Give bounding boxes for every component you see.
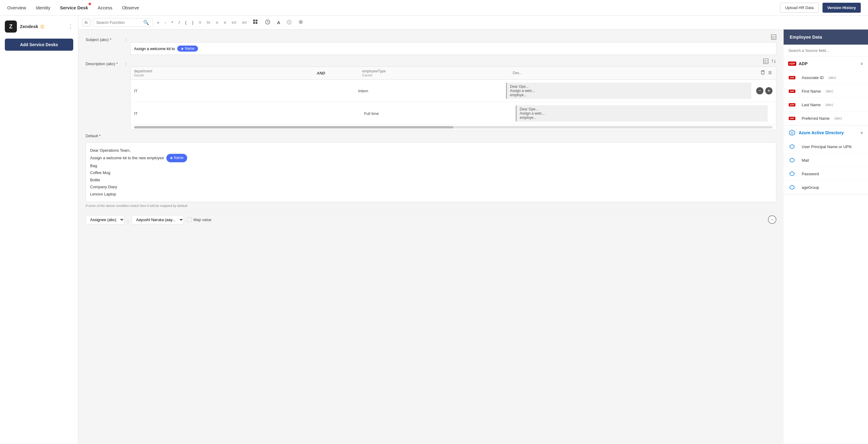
- adp-field-last-name[interactable]: ADP Last Name (abc): [784, 98, 868, 112]
- main-content: fx 🔍 + - * / ( ) = != > < <= >=: [79, 16, 868, 444]
- table-row: IT Full time Dear Ope... Assign a welc..…: [130, 102, 776, 125]
- version-history-button[interactable]: Version History: [823, 3, 861, 13]
- info-formula-icon[interactable]: ⓘ: [285, 19, 293, 26]
- nav-items: Overview Identity Service Desk Access Ob…: [7, 4, 780, 11]
- settings-formula-icon[interactable]: [296, 19, 305, 26]
- table-row: IT Intern Dear Ope... Assign a welc... e…: [130, 80, 776, 102]
- aad-logo: [788, 129, 796, 136]
- op-divide[interactable]: /: [177, 20, 181, 26]
- adp-field-logo: ADP: [788, 115, 796, 122]
- sidebar: Z Zendesk ⓘ ⋮ Add Service Desks: [0, 16, 79, 444]
- assignee-remove-button[interactable]: −: [768, 215, 776, 224]
- delete-icon[interactable]: [761, 70, 765, 76]
- subject-name-tag[interactable]: ◈ Name: [177, 46, 198, 52]
- row1-desc: Dear Ope... Assign a welc... employe...: [506, 83, 751, 99]
- adp-source-group: ADP ADP ∨ ADP Associate ID (abc): [784, 56, 868, 125]
- formula-bar: fx 🔍 + - * / ( ) = != > < <= >=: [79, 16, 868, 30]
- nav-access[interactable]: Access: [98, 4, 112, 11]
- sidebar-menu-icon[interactable]: ⋮: [68, 23, 73, 30]
- svg-line-6: [268, 22, 269, 23]
- clock-icon[interactable]: [263, 19, 272, 26]
- svg-rect-2: [253, 22, 255, 24]
- adp-field-first-name[interactable]: ADP First Name (abc): [784, 85, 868, 98]
- map-value-checkbox[interactable]: [187, 217, 192, 222]
- reorder-icon[interactable]: [768, 70, 772, 76]
- info-icon: ⓘ: [40, 25, 44, 29]
- aad-field-logo: [788, 184, 796, 191]
- op-less-equal[interactable]: <=: [230, 20, 238, 26]
- aad-field-password[interactable]: Password: [784, 167, 868, 181]
- row1-remove-button[interactable]: −: [756, 87, 764, 94]
- op-close-paren[interactable]: ): [191, 20, 195, 26]
- op-equals[interactable]: =: [198, 20, 203, 26]
- scrollbar-thumb: [134, 126, 453, 128]
- subject-table-icon[interactable]: [771, 34, 776, 41]
- adp-source-header[interactable]: ADP ADP ∨: [784, 56, 868, 71]
- aad-chevron-icon[interactable]: ∨: [861, 130, 863, 135]
- aad-fields: User Principal Name or UPN Mail: [784, 140, 868, 194]
- row1-dept: IT: [134, 89, 277, 93]
- horiz-scrollbar[interactable]: [134, 126, 772, 128]
- map-value-label: Map value: [193, 217, 212, 222]
- upload-hr-data-button[interactable]: Upload HR Data: [780, 3, 819, 13]
- aad-field-logo: [788, 143, 796, 150]
- search-function-input[interactable]: [96, 20, 141, 25]
- row2-emptype: Full time: [364, 111, 511, 116]
- op-open-paren[interactable]: (: [184, 20, 188, 26]
- aad-field-mail[interactable]: Mail: [784, 153, 868, 167]
- description-row: Description (abc) * :: [86, 59, 776, 130]
- aad-field-agegroup[interactable]: ageGroup: [784, 181, 868, 194]
- text-icon[interactable]: A: [275, 19, 282, 26]
- op-greater-equal[interactable]: >=: [241, 20, 248, 26]
- zendesk-logo: Z: [5, 21, 17, 33]
- col-department: department Equals: [134, 69, 280, 77]
- aad-field-logo: [788, 156, 796, 164]
- assignee-field-select[interactable]: Assignee (abc): [86, 215, 124, 225]
- nav-observe[interactable]: Observe: [122, 4, 139, 11]
- svg-marker-22: [790, 131, 794, 135]
- search-function-input-wrap[interactable]: 🔍: [93, 18, 153, 27]
- adp-logo: ADP: [788, 60, 796, 67]
- subject-input[interactable]: Assign a welcome kit to ◈ Name: [130, 42, 776, 55]
- default-name-tag[interactable]: ◈ Name: [166, 154, 187, 162]
- default-content[interactable]: Dear Operations Team, Assign a welcome k…: [90, 147, 772, 198]
- op-less[interactable]: <: [222, 20, 227, 26]
- adp-field-logo: ADP: [788, 101, 796, 108]
- description-table: department Equals AND employeeType Equal…: [130, 66, 776, 130]
- right-panel: Employee Data ADP ADP ∨: [784, 30, 868, 444]
- panel-search[interactable]: [784, 45, 868, 56]
- op-multiply[interactable]: *: [170, 20, 174, 26]
- aad-source-header[interactable]: Azure Active Directory ∨: [784, 125, 868, 140]
- add-service-desks-button[interactable]: Add Service Desks: [5, 39, 73, 51]
- nav-overview[interactable]: Overview: [7, 4, 26, 11]
- panel-search-input[interactable]: [788, 48, 863, 53]
- sort-icon[interactable]: [771, 59, 776, 65]
- table-actions: [761, 70, 772, 76]
- row1-emptype: Intern: [358, 89, 501, 93]
- panel-header: Employee Data: [784, 30, 868, 45]
- sidebar-logo-section: Z Zendesk ⓘ ⋮: [5, 21, 73, 33]
- svg-rect-0: [253, 20, 255, 22]
- description-table-icon[interactable]: [763, 59, 769, 65]
- nav-identity[interactable]: Identity: [36, 4, 50, 11]
- assignee-row: Assignee (abc) : Aayushi Naruka (aay... …: [86, 211, 776, 229]
- assignee-value-select[interactable]: Aayushi Naruka (aay...: [132, 215, 184, 225]
- aad-field-upn[interactable]: User Principal Name or UPN: [784, 140, 868, 153]
- col-and-label: AND: [284, 71, 358, 76]
- description-value-wrap: department Equals AND employeeType Equal…: [130, 59, 776, 130]
- row1-add-button[interactable]: +: [765, 87, 772, 94]
- op-not-equals[interactable]: !=: [206, 20, 212, 26]
- op-greater[interactable]: >: [215, 20, 219, 26]
- fx-badge: fx: [82, 19, 90, 26]
- subject-colon: :: [125, 34, 127, 42]
- op-plus[interactable]: +: [156, 20, 160, 26]
- nav-service-desk[interactable]: Service Desk: [60, 4, 88, 11]
- default-label: Default *: [86, 134, 101, 138]
- grid-icon[interactable]: [251, 19, 260, 26]
- adp-chevron-icon[interactable]: ∨: [861, 62, 863, 66]
- op-minus[interactable]: -: [163, 20, 167, 26]
- row2-desc: Dear Ope... Assign a welc... employe...: [516, 105, 768, 122]
- adp-field-associate-id[interactable]: ADP Associate ID (abc): [784, 71, 868, 85]
- svg-marker-25: [790, 172, 794, 176]
- adp-field-preferred-name[interactable]: ADP Preferred Name (abc): [784, 112, 868, 125]
